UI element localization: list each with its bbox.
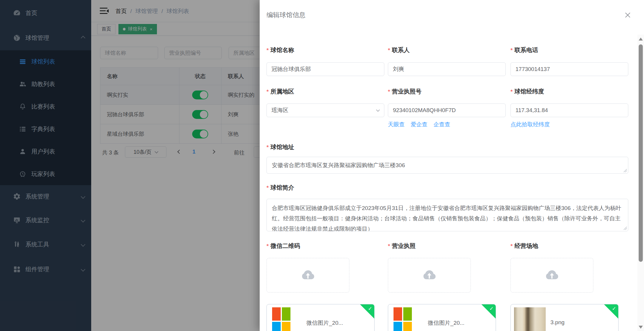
field-label-venue-name: *球馆名称 — [266, 46, 294, 54]
uploaded-file-card[interactable]: 微信图片_20... ✓ — [266, 304, 375, 331]
field-label-wechat-qr: *微信二维码 — [266, 242, 300, 250]
cloud-upload-icon — [422, 268, 437, 283]
premises-upload-dropzone[interactable] — [510, 258, 593, 293]
region-select[interactable]: 瑶海区 — [266, 104, 384, 117]
phone-input[interactable] — [510, 62, 628, 76]
qichacha-link[interactable]: 企查查 — [433, 121, 450, 128]
cloud-upload-icon — [300, 268, 316, 283]
field-label-premises: *经营场地 — [510, 242, 538, 250]
required-marker: * — [510, 88, 513, 95]
resize-grip-icon[interactable] — [624, 169, 627, 172]
edit-venue-drawer: 编辑球馆信息 *球馆名称 *联系人 *联系电话 *所属地区 *营业执照号 *球馆… — [260, 0, 644, 331]
scroll-up-arrow[interactable] — [639, 38, 643, 41]
required-marker: * — [388, 88, 390, 95]
required-marker: * — [266, 88, 269, 95]
license-input[interactable] — [388, 104, 506, 117]
wechat-qr-upload-dropzone[interactable] — [266, 258, 349, 293]
field-label-address: *球馆地址 — [266, 143, 294, 151]
field-label-business-license: *营业执照 — [388, 242, 415, 250]
pick-coords-link-wrap: 点此拾取经纬度 — [510, 121, 550, 128]
required-marker: * — [266, 144, 269, 150]
field-label-coords: *球馆经纬度 — [510, 88, 544, 95]
check-icon: ✓ — [489, 306, 494, 312]
cloud-upload-icon — [544, 268, 560, 283]
required-marker: * — [510, 47, 513, 53]
file-thumbnail — [394, 307, 412, 331]
address-textarea[interactable]: 安徽省合肥市瑶海区复兴路聚福家园购物广场三楼306 — [266, 157, 628, 174]
check-icon: ✓ — [368, 306, 372, 312]
field-label-phone: *联系电话 — [510, 46, 538, 54]
file-name: 3.png — [550, 319, 565, 326]
check-icon: ✓ — [612, 306, 616, 312]
required-marker: * — [388, 47, 390, 53]
required-marker: * — [266, 47, 269, 53]
required-marker: * — [266, 243, 269, 249]
field-label-region: *所属地区 — [266, 88, 294, 95]
required-marker: * — [510, 243, 513, 249]
close-icon[interactable] — [624, 11, 632, 19]
uploaded-file-card[interactable]: 3.png ✓ — [510, 304, 619, 331]
drawer-title: 编辑球馆信息 — [266, 11, 306, 20]
pick-coords-link[interactable]: 点此拾取经纬度 — [510, 121, 550, 127]
app-root: 首页 球馆管理 球馆列表 助教列表 比赛列表 字典列表 — [0, 0, 644, 331]
file-thumbnail — [514, 307, 546, 331]
field-label-intro: *球馆简介 — [266, 184, 294, 191]
business-license-upload-dropzone[interactable] — [388, 258, 471, 293]
aiqicha-link[interactable]: 爱企查 — [411, 121, 428, 128]
venue-name-input[interactable] — [266, 62, 384, 76]
chevron-down-icon — [376, 108, 380, 112]
scrollbar-track[interactable] — [637, 35, 644, 331]
region-value: 瑶海区 — [272, 106, 288, 114]
file-name: 微信图片_20... — [428, 319, 465, 327]
field-label-contact: *联系人 — [388, 46, 409, 54]
scrollbar-thumb[interactable] — [639, 44, 643, 262]
file-thumbnail — [272, 307, 290, 331]
file-name: 微信图片_20... — [306, 319, 343, 327]
uploaded-file-card[interactable]: 微信图片_20... ✓ — [388, 304, 496, 331]
coords-input[interactable] — [510, 104, 628, 117]
required-marker: * — [388, 243, 390, 249]
intro-textarea[interactable]: 合肥市瑶海区冠驰健身俱乐部成立于2023年05月31日，注册地位于安徽省合肥市瑶… — [266, 199, 628, 231]
resize-grip-icon[interactable] — [624, 227, 627, 230]
scroll-down-arrow[interactable] — [639, 326, 643, 329]
license-lookup-links: 天眼查 爱企查 企查查 — [388, 121, 450, 128]
tianyancha-link[interactable]: 天眼查 — [388, 121, 405, 128]
contact-input[interactable] — [388, 62, 506, 76]
required-marker: * — [266, 185, 269, 191]
field-label-license: *营业执照号 — [388, 88, 421, 95]
